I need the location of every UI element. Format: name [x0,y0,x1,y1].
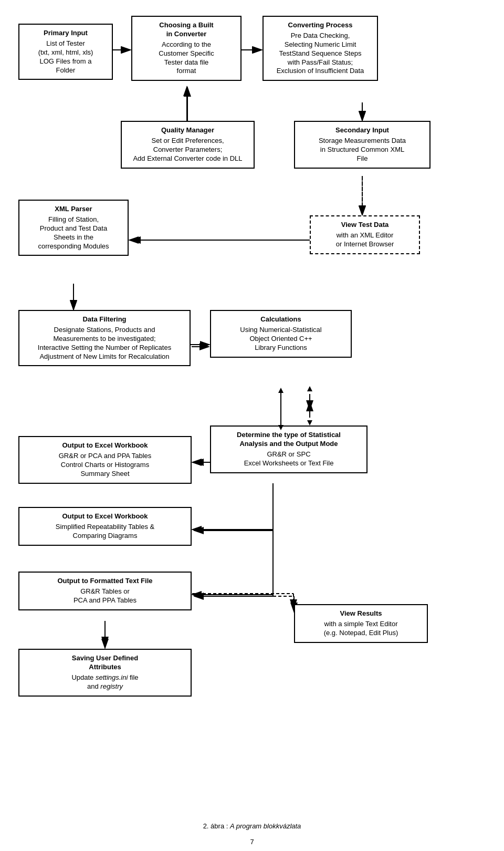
node-saving: Saving User DefinedAttributes Update set… [18,649,192,697]
xmlparser-title: XML Parser [25,205,122,214]
output2-body: Simplified Repeatability Tables &Compari… [25,523,185,541]
svg-marker-14 [307,420,312,426]
caption-colon: : [226,822,230,830]
page-number: 7 [16,838,488,846]
viewresults-title: View Results [300,609,422,618]
node-output1: Output to Excel Workbook GR&R or PCA and… [18,436,192,484]
output3-body: GR&R Tables orPCA and PPA Tables [25,587,185,605]
determine-body: GR&R or SPCExcel Worksheets or Text File [216,450,361,468]
calculations-body: Using Numerical-StatisticalObject Orient… [216,326,345,352]
secondary-body: Storage Measurements Datain Structured C… [300,137,424,163]
output2-title: Output to Excel Workbook [25,512,185,521]
xmlparser-body: Filling of Station,Product and Test Data… [25,215,122,251]
node-datafiltering: Data Filtering Designate Stations, Produ… [18,310,191,366]
calculations-title: Calculations [216,315,345,324]
primary-input-title: Primary Input [25,29,107,38]
secondary-title: Secondary Input [300,126,424,135]
output3-title: Output to Formatted Text File [25,577,185,586]
converter-title: Choosing a Builtin Converter [138,21,235,39]
diagram-container: Primary Input List of Tester(txt, xml, h… [10,0,494,809]
node-quality: Quality Manager Set or Edit Preferences,… [121,121,255,169]
output1-title: Output to Excel Workbook [25,441,185,450]
node-primary-input: Primary Input List of Tester(txt, xml, h… [18,24,113,80]
viewtest-body: with an XML Editoror Internet Browser [316,231,414,249]
node-output3: Output to Formatted Text File GR&R Table… [18,572,192,610]
node-viewresults: View Results with a simple Text Editor(e… [294,604,428,643]
converter-body: According to theCustomer SpecificTester … [138,40,235,76]
node-converting: Converting Process Pre Data Checking,Sel… [262,16,378,81]
node-xmlparser: XML Parser Filling of Station,Product an… [18,200,129,256]
node-converter: Choosing a Builtin Converter According t… [131,16,242,81]
datafiltering-body: Designate Stations, Products andMeasurem… [25,326,184,361]
node-secondary: Secondary Input Storage Measurements Dat… [294,121,430,169]
caption: 2. ábra : A program blokkvázlata [16,822,488,830]
caption-fig-num: 2. ábra [203,822,224,830]
node-calculations: Calculations Using Numerical-Statistical… [210,310,352,358]
node-output2: Output to Excel Workbook Simplified Repe… [18,507,192,546]
quality-body: Set or Edit Preferences,Converter Parame… [127,137,248,163]
determine-title: Determine the type of StatisticalAnalysi… [216,431,361,449]
primary-input-body: List of Tester(txt, xml, html, xls)LOG F… [25,39,107,75]
node-determine: Determine the type of StatisticalAnalysi… [210,426,368,473]
svg-marker-34 [278,388,284,393]
svg-marker-13 [307,386,312,391]
output1-body: GR&R or PCA and PPA TablesControl Charts… [25,452,185,479]
converting-title: Converting Process [269,21,372,30]
flow-wrap: Primary Input List of Tester(txt, xml, h… [16,11,488,798]
viewtest-title: View Test Data [316,221,414,230]
saving-title: Saving User DefinedAttributes [25,654,185,672]
caption-text: A program blokkvázlata [230,822,301,830]
quality-title: Quality Manager [127,126,248,135]
viewresults-body: with a simple Text Editor(e.g. Notepad, … [300,620,422,638]
node-viewtest: View Test Data with an XML Editoror Inte… [310,215,420,254]
saving-body: Update settings.ini fileand registry [25,673,185,691]
datafiltering-title: Data Filtering [25,315,184,324]
converting-body: Pre Data Checking,Selecting Numeric Limi… [269,32,372,76]
